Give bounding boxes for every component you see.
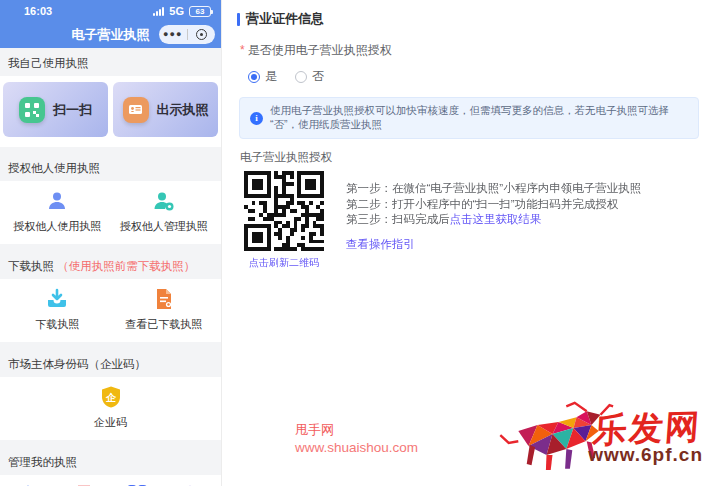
question-label: *是否使用电子营业执照授权 <box>240 42 705 59</box>
status-time: 16:03 <box>24 5 52 17</box>
shield-icon: 企 <box>99 385 123 409</box>
shuaishou-name: 甩手网 <box>295 421 418 439</box>
person-icon <box>45 189 69 213</box>
info-banner-text: 使用电子营业执照授权可以加快审核速度，但需填写更多的信息，若无电子执照可选择“否… <box>270 104 688 132</box>
target-icon <box>196 29 207 40</box>
shuaishou-url: www.shuaishou.com <box>295 439 418 457</box>
download-header-text: 下载执照 <box>8 260 54 272</box>
qr-code <box>244 171 324 251</box>
battery-icon: 63 <box>189 6 211 17</box>
authorize-use-label: 授权他人使用执照 <box>13 219 101 234</box>
panel-title: 营业证件信息 <box>237 10 705 28</box>
qr-section-label: 电子营业执照授权 <box>240 150 705 165</box>
enterprise-code-label: 企业码 <box>94 415 127 430</box>
close-minimize-button[interactable] <box>188 25 216 44</box>
signal-icon <box>153 7 164 16</box>
shuaishou-watermark: 甩手网 www.shuaishou.com <box>295 421 418 457</box>
section-header-download: 下载执照 （使用执照前需下载执照） <box>0 251 221 279</box>
more-options-button[interactable]: ●●● <box>159 25 187 44</box>
section-header-authorize: 授权他人使用执照 <box>0 153 221 181</box>
refresh-qr-link[interactable]: 点击刷新二维码 <box>249 256 319 270</box>
scan-label: 扫一扫 <box>53 101 92 119</box>
view-downloaded-label: 查看已下载执照 <box>125 317 202 332</box>
lefa-logo: 乐发网 www.6pf.cn <box>493 382 705 482</box>
radio-no-dot[interactable] <box>295 71 307 83</box>
document-icon <box>152 287 176 311</box>
section-header-entity-code: 市场主体身份码（企业码） <box>0 349 221 377</box>
qr-steps: 第一步：在微信“电子营业执照”小程序内申领电子营业执照 第二步：打开小程序中的“… <box>346 171 641 252</box>
self-use-cards: 扫一扫 出示执照 <box>0 76 221 147</box>
authorize-manage-button[interactable]: 授权他人管理执照 <box>111 189 218 234</box>
authorize-use-button[interactable]: 授权他人使用执照 <box>4 189 111 234</box>
manage-card: 管理执照 打印执照 其他应用 ? 使用帮助 <box>0 475 221 486</box>
wechat-capsule: ●●● <box>159 25 215 44</box>
view-downloaded-button[interactable]: 查看已下载执照 <box>111 287 218 332</box>
miniprogram-title: 电子营业执照 <box>72 26 150 44</box>
lefa-url: www.6pf.cn <box>588 444 703 466</box>
step-1: 第一步：在微信“电子营业执照”小程序内申领电子营业执照 <box>346 181 641 197</box>
enterprise-code-button[interactable]: 企 企业码 <box>4 385 217 430</box>
download-card: 下载执照 查看已下载执照 <box>0 279 221 342</box>
authorize-card: 授权他人使用执照 授权他人管理执照 <box>0 181 221 244</box>
qr-scan-icon <box>19 97 45 123</box>
ellipsis-icon: ●●● <box>163 30 182 39</box>
page: 16:03 5G 63 电子营业执照 ●●● 我自己使用执照 扫一扫 <box>0 0 705 486</box>
info-banner: i 使用电子营业执照授权可以加快审核速度，但需填写更多的信息，若无电子执照可选择… <box>239 97 699 139</box>
entity-code-card: 企 企业码 <box>0 377 221 440</box>
radio-no[interactable]: 否 <box>295 68 324 85</box>
title-accent-bar <box>237 13 240 26</box>
step-3: 第三步：扫码完成后点击这里获取结果 <box>346 212 641 228</box>
scan-button[interactable]: 扫一扫 <box>3 82 108 137</box>
step-2: 第二步：打开小程序中的“扫一扫”功能扫码并完成授权 <box>346 197 641 213</box>
phone-screenshot: 16:03 5G 63 电子营业执照 ●●● 我自己使用执照 扫一扫 <box>0 0 222 486</box>
radio-group: 是 否 <box>248 68 705 85</box>
view-guide-link[interactable]: 查看操作指引 <box>346 237 641 253</box>
info-icon: i <box>250 112 263 125</box>
authorize-manage-label: 授权他人管理执照 <box>120 219 208 234</box>
radio-yes-dot[interactable] <box>248 71 260 83</box>
show-license-button[interactable]: 出示执照 <box>113 82 218 137</box>
show-license-label: 出示执照 <box>157 101 209 119</box>
radio-yes-label: 是 <box>265 68 277 85</box>
download-license-label: 下载执照 <box>35 317 79 332</box>
svg-text:企: 企 <box>105 392 117 403</box>
phone-nav-bar: 电子营业执照 ●●● <box>0 22 221 48</box>
download-icon <box>45 287 69 311</box>
question-label-text: 是否使用电子营业执照授权 <box>248 43 392 57</box>
person-gear-icon <box>152 189 176 213</box>
download-note: （使用执照前需下载执照） <box>57 260 195 272</box>
section-header-self-use: 我自己使用执照 <box>0 48 221 76</box>
radio-yes[interactable]: 是 <box>248 68 277 85</box>
qr-area: 点击刷新二维码 第一步：在微信“电子营业执照”小程序内申领电子营业执照 第二步：… <box>244 171 705 270</box>
radio-no-label: 否 <box>312 68 324 85</box>
get-result-link[interactable]: 点击这里获取结果 <box>450 213 542 225</box>
step-3-text: 第三步：扫码完成后 <box>346 213 450 225</box>
required-asterisk: * <box>240 43 245 57</box>
download-license-button[interactable]: 下载执照 <box>4 287 111 332</box>
section-header-manage: 管理我的执照 <box>0 447 221 475</box>
phone-status-bar: 16:03 5G 63 <box>0 0 221 22</box>
network-label: 5G <box>169 5 184 17</box>
license-card-icon <box>123 97 149 123</box>
panel-title-text: 营业证件信息 <box>246 10 324 28</box>
